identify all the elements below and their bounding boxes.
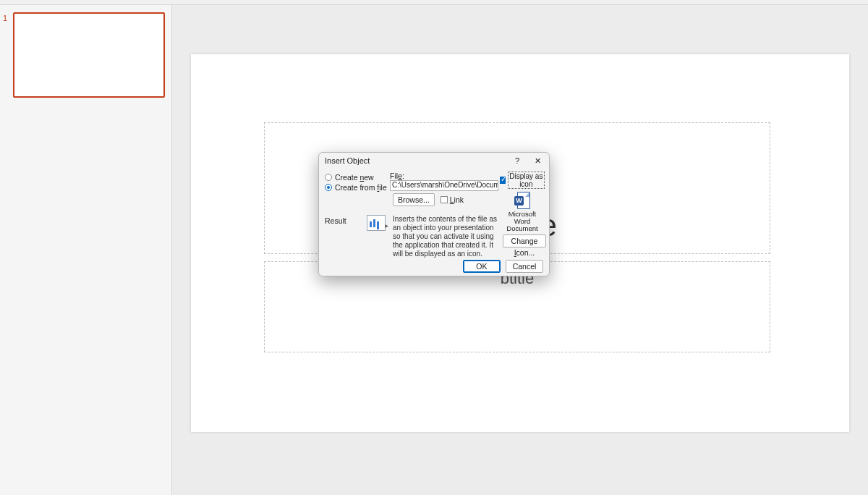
link-checkbox[interactable]: Link: [441, 195, 464, 204]
radio-dot-icon: [325, 174, 332, 181]
checkbox-box-icon: [500, 177, 506, 184]
file-label: File:: [390, 172, 498, 180]
help-button[interactable]: ?: [507, 153, 527, 169]
dialog-footer: OK Cancel: [460, 260, 543, 273]
top-divider: [0, 0, 868, 5]
slide-number: 1: [3, 14, 7, 22]
file-path-input[interactable]: C:\Users\marsh\OneDrive\Documents\How to…: [390, 180, 498, 191]
create-mode-radiogroup: Create new Create from file: [325, 173, 390, 193]
icon-caption: Microsoft Word Document: [500, 211, 545, 232]
slide-thumbnails-panel: 1: [0, 5, 172, 495]
close-button[interactable]: ✕: [527, 153, 548, 169]
radio-dot-icon: [325, 184, 332, 191]
create-from-file-label: Create from file: [335, 183, 387, 192]
file-block: File: C:\Users\marsh\OneDrive\Documents\…: [390, 172, 498, 206]
result-chart-icon: ▸: [367, 215, 386, 231]
ok-button[interactable]: OK: [463, 260, 501, 273]
dialog-body: Create new Create from file File: C:\Use…: [319, 169, 549, 257]
create-new-label: Create new: [335, 173, 374, 182]
create-from-file-radio[interactable]: Create from file: [325, 183, 390, 192]
display-as-icon-checkbox[interactable]: Display as icon: [500, 172, 545, 189]
slide-thumbnail-1[interactable]: [13, 12, 165, 98]
dialog-titlebar[interactable]: Insert Object ? ✕: [319, 153, 549, 169]
result-label: Result: [325, 215, 359, 258]
browse-button[interactable]: Browse...: [393, 193, 435, 206]
create-new-radio[interactable]: Create new: [325, 173, 390, 182]
cancel-button[interactable]: Cancel: [506, 260, 543, 273]
result-description: Inserts the contents of the file as an o…: [393, 215, 498, 258]
dialog-title: Insert Object: [325, 156, 370, 165]
word-document-icon: W: [514, 192, 530, 209]
link-label: Link: [450, 195, 464, 204]
insert-object-dialog: Insert Object ? ✕ Create new Create from…: [318, 152, 550, 276]
checkbox-box-icon: [441, 196, 448, 203]
icon-display-column: Display as icon W Microsoft Word Documen…: [500, 172, 545, 257]
result-row: Result ▸ Inserts the contents of the fil…: [325, 215, 498, 258]
display-as-icon-label: Display as icon: [508, 172, 545, 189]
change-icon-button[interactable]: Change Icon...: [503, 234, 546, 248]
